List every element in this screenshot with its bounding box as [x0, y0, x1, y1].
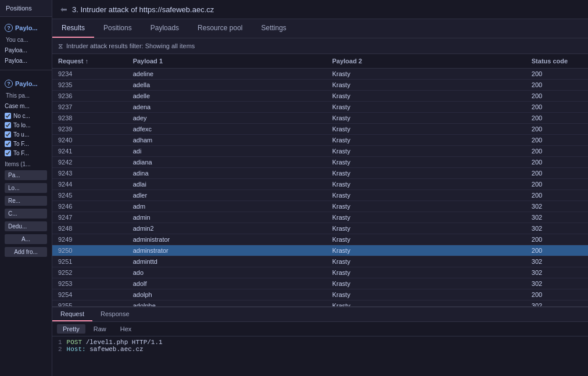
cell-request: 9244 — [52, 179, 127, 190]
cell-payload1: adminttd — [127, 256, 327, 267]
sidebar-payload-section2: ? Paylo... This pa... Case m... No c... … — [0, 73, 52, 260]
table-row[interactable]: 9250adminstratorKrasty200 — [52, 245, 588, 256]
bottom-tabs: Request Response — [52, 307, 588, 322]
cell-payload1: adi — [127, 146, 327, 157]
tab-payloads[interactable]: Payloads — [141, 19, 188, 38]
add-from-btn[interactable]: Add fro... — [5, 247, 47, 257]
bottom-subtab-hex[interactable]: Hex — [114, 324, 138, 334]
checkbox-tol[interactable]: To lo... — [5, 121, 47, 129]
cell-status: 200 — [526, 146, 588, 157]
code-line-1: 1POST /level1.php HTTP/1.1 — [58, 339, 582, 346]
table-row[interactable]: 9238adeyKrasty200 — [52, 113, 588, 124]
cell-payload1: adena — [127, 102, 327, 113]
table-row[interactable]: 9243adinaKrasty200 — [52, 168, 588, 179]
payload1-label2: Payloa... — [5, 56, 47, 65]
payload-btn6[interactable]: A... — [5, 234, 47, 244]
table-row[interactable]: 9247adminKrasty302 — [52, 212, 588, 223]
col-payload2[interactable]: Payload 2 — [327, 54, 526, 69]
checkbox-tou[interactable]: To u... — [5, 131, 47, 138]
code-line-2: 2Host: safeweb.aec.cz — [58, 346, 582, 353]
cell-payload2: Krasty — [327, 190, 526, 201]
payload-btn3[interactable]: Re... — [5, 196, 47, 206]
table-row[interactable]: 9249administratorKrasty200 — [52, 234, 588, 245]
cell-payload1: adolf — [127, 278, 327, 289]
table-row[interactable]: 9255adolpheKrasty302 — [52, 300, 588, 307]
cell-payload2: Krasty — [327, 69, 526, 80]
filter-icon[interactable]: ⧖ — [58, 42, 63, 50]
cell-status: 200 — [526, 179, 588, 190]
payload-btn5[interactable]: Dedu... — [5, 221, 47, 231]
col-status[interactable]: Status code — [526, 54, 588, 69]
tab-results[interactable]: Results — [52, 19, 94, 38]
cell-payload1: admin — [127, 212, 327, 223]
cell-payload2: Krasty — [327, 256, 526, 267]
bottom-tab-request[interactable]: Request — [52, 307, 92, 321]
checkbox-tof2[interactable]: To F... — [5, 149, 47, 157]
cell-payload2: Krasty — [327, 278, 526, 289]
cell-status: 200 — [526, 157, 588, 168]
items-count-label: Items (1... — [5, 159, 47, 169]
cell-payload2: Krasty — [327, 212, 526, 223]
cell-request: 9239 — [52, 124, 127, 135]
cell-payload2: Krasty — [327, 80, 526, 91]
cell-payload2: Krasty — [327, 91, 526, 102]
cell-status: 302 — [526, 201, 588, 212]
table-row[interactable]: 9235adellaKrasty200 — [52, 80, 588, 91]
checkbox-noc[interactable]: No c... — [5, 112, 47, 120]
table-row[interactable]: 9254adolphKrasty200 — [52, 289, 588, 300]
col-payload1[interactable]: Payload 1 — [127, 54, 327, 69]
table-row[interactable]: 9241adiKrasty200 — [52, 146, 588, 157]
cell-request: 9251 — [52, 256, 127, 267]
page-title: 3. Intruder attack of https://safeweb.ae… — [72, 5, 214, 14]
table-row[interactable]: 9246admKrasty302 — [52, 201, 588, 212]
checkbox-tof1[interactable]: To F... — [5, 140, 47, 148]
payload-btn4[interactable]: C... — [5, 209, 47, 219]
table-row[interactable]: 9239adfexcKrasty200 — [52, 124, 588, 135]
tab-positions[interactable]: Positions — [94, 19, 141, 38]
payload-btn2[interactable]: Lo... — [5, 183, 47, 193]
table-row[interactable]: 9240adhamKrasty200 — [52, 135, 588, 146]
sidebar-positions-tab[interactable]: Positions — [0, 0, 52, 17]
main-content: ⬅ 3. Intruder attack of https://safeweb.… — [52, 0, 588, 376]
tab-resource-pool[interactable]: Resource pool — [188, 19, 252, 38]
cell-status: 200 — [526, 245, 588, 256]
table-row[interactable]: 9242adianaKrasty200 — [52, 157, 588, 168]
col-request[interactable]: Request ↑ — [52, 54, 127, 69]
back-icon[interactable]: ⬅ — [60, 5, 67, 14]
cell-payload1: ado — [127, 267, 327, 278]
cell-payload2: Krasty — [327, 300, 526, 307]
cell-payload1: adelle — [127, 91, 327, 102]
cell-payload1: adella — [127, 80, 327, 91]
payload-btn1[interactable]: Pa... — [5, 170, 47, 180]
table-body: 9234adelineKrasty2009235adellaKrasty2009… — [52, 69, 588, 307]
cell-payload2: Krasty — [327, 146, 526, 157]
cell-payload2: Krasty — [327, 124, 526, 135]
sidebar-payload-section1: ? Paylo... You ca... Payloa... Payloa... — [0, 17, 52, 67]
cell-request: 9246 — [52, 201, 127, 212]
http-path: /level1.php — [86, 339, 128, 346]
bottom-subtab-raw[interactable]: Raw — [88, 324, 112, 334]
table-row[interactable]: 9252adoKrasty302 — [52, 267, 588, 278]
cell-request: 9250 — [52, 245, 127, 256]
cell-request: 9240 — [52, 135, 127, 146]
table-row[interactable]: 9245adlerKrasty200 — [52, 190, 588, 201]
bottom-tab-response[interactable]: Response — [92, 307, 138, 321]
cell-payload2: Krasty — [327, 267, 526, 278]
table-row[interactable]: 9248admin2Krasty302 — [52, 223, 588, 234]
table-row[interactable]: 9237adenaKrasty200 — [52, 102, 588, 113]
tab-settings[interactable]: Settings — [252, 19, 295, 38]
cell-request: 9249 — [52, 234, 127, 245]
cell-payload1: adm — [127, 201, 327, 212]
table-row[interactable]: 9251adminttdKrasty302 — [52, 256, 588, 267]
line-num-2: 2 — [58, 346, 62, 353]
cell-request: 9254 — [52, 289, 127, 300]
table-row[interactable]: 9236adelleKrasty200 — [52, 91, 588, 102]
bottom-subtab-pretty[interactable]: Pretty — [57, 324, 85, 334]
host-header-val: safeweb.aec.cz — [89, 346, 143, 353]
host-header-key: Host: — [67, 346, 86, 353]
table-row[interactable]: 9234adelineKrasty200 — [52, 69, 588, 80]
table-row[interactable]: 9253adolfKrasty302 — [52, 278, 588, 289]
cell-status: 200 — [526, 124, 588, 135]
table-row[interactable]: 9244adlaiKrasty200 — [52, 179, 588, 190]
cell-payload1: adler — [127, 190, 327, 201]
